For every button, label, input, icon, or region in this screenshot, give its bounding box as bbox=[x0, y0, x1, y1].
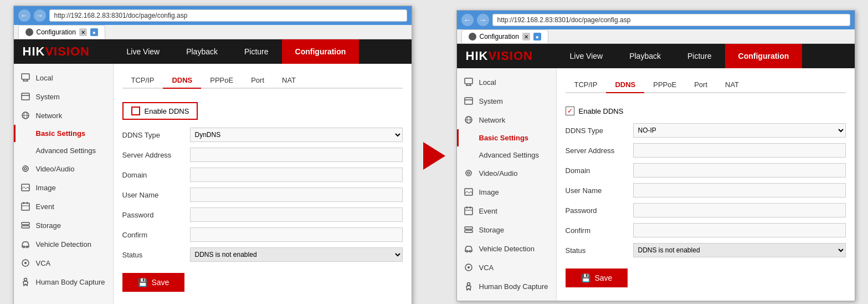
nav-live-view-right[interactable]: Live View bbox=[557, 44, 617, 68]
sidebar-local-left[interactable]: Local bbox=[14, 68, 113, 87]
enable-ddns-row-left: Enable DDNS bbox=[122, 102, 403, 120]
sidebar-basic-settings-label-left: Basic Settings bbox=[36, 129, 86, 138]
sidebar-video-audio-left[interactable]: Video/Audio bbox=[14, 159, 113, 178]
nav-playback-left[interactable]: Playback bbox=[173, 39, 231, 64]
sidebar-storage-right[interactable]: Storage bbox=[457, 220, 556, 239]
sidebar-network-right[interactable]: Network bbox=[457, 110, 556, 129]
address-bar-right[interactable]: http://192.168.2.83:8301/doc/page/config… bbox=[492, 14, 850, 26]
main-content-right: TCP/IP DDNS PPPoE Port NAT ✓ Enable DDNS… bbox=[557, 68, 855, 301]
confirm-input-right[interactable] bbox=[633, 223, 846, 237]
tab-port-left[interactable]: Port bbox=[242, 73, 273, 88]
browser-toolbar-left: ← → http://192.168.2.83:8301/doc/page/co… bbox=[14, 6, 412, 25]
address-bar-left[interactable]: http://192.168.2.83:8301/doc/page/config… bbox=[49, 9, 407, 22]
forward-button-left[interactable]: → bbox=[34, 9, 46, 22]
nav-configuration-left[interactable]: Configuration bbox=[282, 39, 359, 64]
tab-pppoe-right[interactable]: PPPoE bbox=[644, 77, 685, 92]
enable-ddns-checkbox-right[interactable]: ✓ bbox=[566, 107, 574, 115]
tab-pin-left[interactable]: ● bbox=[90, 28, 98, 36]
network-icon-left bbox=[20, 110, 30, 120]
tab-close-right[interactable]: ✕ bbox=[522, 33, 530, 40]
tab-close-left[interactable]: ✕ bbox=[79, 28, 87, 36]
sidebar-network-left[interactable]: Network bbox=[14, 106, 113, 125]
vehicle-icon-right bbox=[464, 244, 474, 254]
domain-input-left[interactable] bbox=[190, 168, 403, 182]
tab-ddns-left[interactable]: DDNS bbox=[163, 73, 201, 89]
svg-point-33 bbox=[466, 170, 471, 176]
sidebar-advanced-settings-right[interactable]: Advanced Settings bbox=[457, 146, 556, 164]
tab-nat-right[interactable]: NAT bbox=[716, 77, 748, 92]
tabs-bar-left: TCP/IP DDNS PPPoE Port NAT bbox=[122, 73, 403, 89]
browser-tab-config-left[interactable]: Configuration ✕ ● bbox=[18, 25, 105, 39]
status-select-left[interactable]: DDNS is not enabled bbox=[190, 247, 403, 262]
tab-ddns-right[interactable]: DDNS bbox=[606, 77, 644, 93]
username-input-left[interactable] bbox=[190, 188, 403, 202]
sidebar-video-audio-right[interactable]: Video/Audio bbox=[457, 164, 556, 183]
ddns-type-select-right[interactable]: NO-IP bbox=[633, 123, 846, 138]
back-button-right[interactable]: ← bbox=[461, 14, 474, 26]
image-icon-left bbox=[20, 183, 30, 192]
svg-rect-17 bbox=[22, 222, 29, 225]
sidebar-advanced-settings-left[interactable]: Advanced Settings bbox=[14, 142, 113, 159]
nav-live-view-left[interactable]: Live View bbox=[114, 39, 173, 64]
nav-picture-left[interactable]: Picture bbox=[231, 39, 282, 64]
svg-point-46 bbox=[467, 283, 470, 286]
form-row-password-right: Password bbox=[566, 203, 846, 217]
svg-point-23 bbox=[24, 278, 27, 281]
nav-configuration-right[interactable]: Configuration bbox=[725, 44, 803, 68]
tab-tcpip-right[interactable]: TCP/IP bbox=[566, 77, 607, 92]
vca-icon-right bbox=[464, 262, 474, 272]
password-input-right[interactable] bbox=[633, 203, 846, 217]
sidebar-system-left[interactable]: System bbox=[14, 87, 113, 106]
sidebar-network-label-left: Network bbox=[36, 112, 63, 120]
browser-tab-config-right[interactable]: Configuration ✕ ● bbox=[461, 29, 548, 43]
username-label-left: User Name bbox=[122, 191, 183, 199]
domain-input-right[interactable] bbox=[633, 163, 846, 178]
ddns-type-select-left[interactable]: DynDNS bbox=[190, 128, 403, 142]
sidebar-event-right[interactable]: Event bbox=[457, 201, 556, 220]
human-icon-right bbox=[464, 281, 474, 291]
sidebar-system-label-right: System bbox=[479, 97, 503, 105]
save-icon-right: 💾 bbox=[581, 273, 590, 282]
server-address-input-right[interactable] bbox=[633, 143, 846, 158]
sidebar-local-right[interactable]: Local bbox=[457, 73, 556, 92]
sidebar-vehicle-right[interactable]: Vehicle Detection bbox=[457, 239, 556, 258]
nav-menu-left: Live View Playback Picture Configuration bbox=[114, 39, 412, 64]
tab-favicon-left bbox=[25, 28, 33, 36]
server-address-label-left: Server Address bbox=[122, 151, 183, 159]
sidebar-vca-left[interactable]: VCA bbox=[14, 254, 113, 272]
sidebar-human-right[interactable]: Human Body Capture bbox=[457, 277, 556, 296]
tab-pin-right[interactable]: ● bbox=[533, 33, 541, 40]
sidebar-vca-right[interactable]: VCA bbox=[457, 258, 556, 277]
nav-playback-right[interactable]: Playback bbox=[616, 44, 674, 68]
sidebar-vehicle-left[interactable]: Vehicle Detection bbox=[14, 235, 113, 254]
username-input-right[interactable] bbox=[633, 183, 846, 197]
sidebar-event-left[interactable]: Event bbox=[14, 197, 113, 216]
tab-nat-left[interactable]: NAT bbox=[273, 73, 305, 88]
tab-tcpip-left[interactable]: TCP/IP bbox=[122, 73, 163, 88]
event-icon-left bbox=[20, 201, 30, 211]
sidebar-basic-settings-right[interactable]: Basic Settings bbox=[457, 129, 556, 146]
sidebar-human-left[interactable]: Human Body Capture bbox=[14, 272, 113, 291]
svg-rect-40 bbox=[465, 227, 472, 229]
nav-picture-right[interactable]: Picture bbox=[674, 44, 725, 68]
forward-button-right[interactable]: → bbox=[477, 14, 489, 26]
sidebar-image-left[interactable]: Image bbox=[14, 178, 113, 197]
sidebar-storage-left[interactable]: Storage bbox=[14, 216, 113, 235]
save-button-left[interactable]: 💾 Save bbox=[122, 273, 185, 292]
sidebar-network-label-right: Network bbox=[479, 116, 506, 124]
server-address-input-left[interactable] bbox=[190, 148, 403, 162]
back-button-left[interactable]: ← bbox=[18, 9, 30, 22]
password-input-left[interactable] bbox=[190, 207, 403, 222]
form-row-status-left: Status DDNS is not enabled bbox=[122, 247, 403, 262]
tab-pppoe-left[interactable]: PPPoE bbox=[201, 73, 242, 88]
enable-ddns-checkbox-left[interactable] bbox=[131, 107, 140, 115]
status-label-left: Status bbox=[122, 251, 183, 259]
save-button-right[interactable]: 💾 Save bbox=[566, 268, 628, 287]
tab-port-right[interactable]: Port bbox=[685, 77, 716, 92]
form-row-server-left: Server Address bbox=[122, 148, 403, 162]
confirm-input-left[interactable] bbox=[190, 227, 403, 242]
sidebar-image-right[interactable]: Image bbox=[457, 183, 556, 201]
sidebar-system-right[interactable]: System bbox=[457, 92, 556, 110]
sidebar-basic-settings-left[interactable]: Basic Settings bbox=[14, 125, 113, 142]
status-select-right[interactable]: DDNS is not enabled bbox=[633, 243, 846, 257]
